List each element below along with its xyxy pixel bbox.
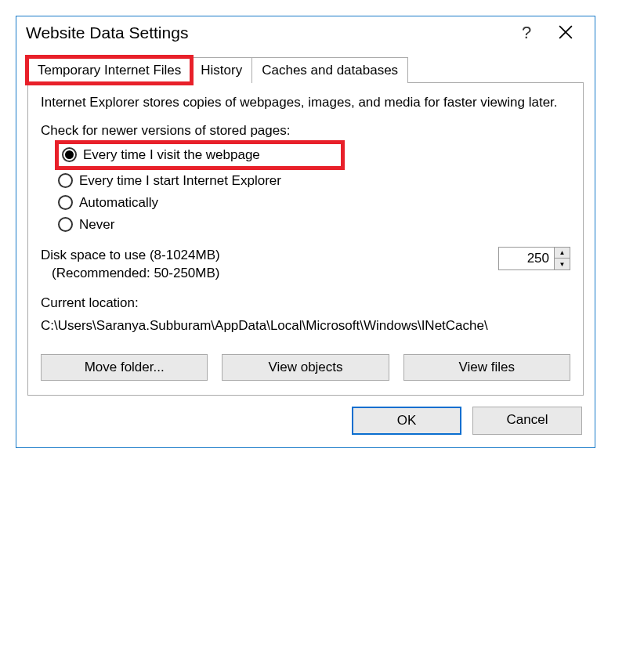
move-folder-button[interactable]: Move folder... <box>41 354 208 381</box>
tab-temporary-internet-files[interactable]: Temporary Internet Files <box>27 57 191 83</box>
radio-icon <box>58 217 73 232</box>
spinner-up-button[interactable]: ▲ <box>555 248 570 259</box>
radio-group-check-versions: Every time I visit the webpage Every tim… <box>58 140 570 236</box>
tab-panel: Internet Explorer stores copies of webpa… <box>27 82 584 396</box>
current-location-path: C:\Users\Saranya.Subburam\AppData\Local\… <box>41 317 570 335</box>
radio-label: Never <box>79 217 114 233</box>
radio-icon <box>62 147 77 162</box>
tabs-row: Temporary Internet Files History Caches … <box>27 57 584 83</box>
radio-label: Every time I visit the webpage <box>83 147 260 163</box>
radio-never[interactable]: Never <box>58 214 570 236</box>
disk-space-input[interactable] <box>499 248 554 269</box>
tab-history[interactable]: History <box>190 57 252 83</box>
close-button[interactable] <box>546 24 585 43</box>
dialog-title: Website Data Settings <box>26 24 507 42</box>
website-data-settings-dialog: Website Data Settings ? Temporary Intern… <box>16 16 595 448</box>
view-files-button[interactable]: View files <box>403 354 570 381</box>
view-objects-button[interactable]: View objects <box>222 354 389 381</box>
close-icon <box>559 27 573 42</box>
disk-space-label: Disk space to use (8-1024MB) (Recommende… <box>41 247 498 283</box>
spinner-down-button[interactable]: ▼ <box>555 259 570 269</box>
radio-icon <box>58 195 73 210</box>
panel-description: Internet Explorer stores copies of webpa… <box>41 94 570 112</box>
triangle-down-icon: ▼ <box>559 261 566 268</box>
radio-icon <box>58 173 73 188</box>
radio-every-start[interactable]: Every time I start Internet Explorer <box>58 170 570 192</box>
current-location-label: Current location: <box>41 295 570 311</box>
dialog-footer: OK Cancel <box>16 396 595 447</box>
radio-automatically[interactable]: Automatically <box>58 192 570 214</box>
titlebar: Website Data Settings ? <box>16 16 595 49</box>
check-versions-label: Check for newer versions of stored pages… <box>41 123 570 139</box>
help-button[interactable]: ? <box>507 23 546 43</box>
radio-label: Automatically <box>79 195 158 211</box>
ok-button[interactable]: OK <box>352 407 461 435</box>
radio-label: Every time I start Internet Explorer <box>79 173 281 189</box>
radio-every-visit[interactable]: Every time I visit the webpage <box>55 140 345 170</box>
cancel-button[interactable]: Cancel <box>472 407 582 435</box>
tab-caches-and-databases[interactable]: Caches and databases <box>251 57 408 83</box>
disk-space-spinner[interactable]: ▲ ▼ <box>498 247 570 270</box>
triangle-up-icon: ▲ <box>559 249 566 256</box>
